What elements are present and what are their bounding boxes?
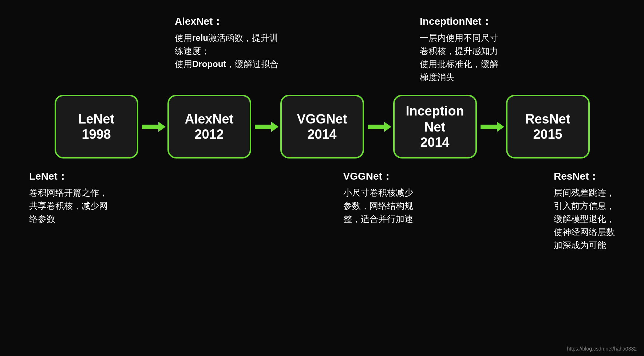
alexnet-text: 使用relu激活函数，提升训练速度；使用Dropout，缓解过拟合 (175, 31, 278, 71)
inceptionnet-year: 2014 (420, 135, 449, 150)
alexnet-name: AlexNet (185, 111, 233, 127)
svg-marker-2 (368, 122, 391, 132)
lenet-box: LeNet 1998 (55, 95, 138, 159)
arrow-4 (477, 120, 506, 134)
arrow-3 (364, 120, 393, 134)
inceptionnet-box: InceptionNet 2014 (393, 95, 477, 159)
lenet-year: 1998 (82, 127, 111, 142)
alexnet-title: AlexNet： (175, 15, 278, 28)
vggnet-name: VGGNet (297, 111, 347, 127)
arrow-1 (138, 120, 167, 134)
inceptionnet-annotation: InceptionNet： 一层内使用不同尺寸卷积核，提升感知力使用批标准化，缓… (420, 15, 498, 84)
vggnet-text: 小尺寸卷积核减少参数，网络结构规整，适合并行加速 (343, 186, 413, 226)
main-container: AlexNet： 使用relu激活函数，提升训练速度；使用Dropout，缓解过… (0, 0, 644, 356)
lenet-text: 卷积网络开篇之作，共享卷积核，减少网络参数 (29, 186, 108, 226)
resnet-year: 2015 (533, 127, 562, 142)
lenet-annotation: LeNet： 卷积网络开篇之作，共享卷积核，减少网络参数 (29, 169, 108, 226)
lenet-name: LeNet (78, 111, 114, 127)
watermark: https://blog.csdn.net/haha0332 (567, 346, 637, 352)
network-row: LeNet 1998 AlexNet 2012 VGGNet 2014 (22, 95, 622, 159)
inceptionnet-name: InceptionNet (406, 103, 464, 134)
lenet-title: LeNet： (29, 169, 108, 183)
resnet-annotation: ResNet： 层间残差跳连，引入前方信息，缓解模型退化，使神经网络层数加深成为… (554, 169, 615, 252)
bottom-annotations: LeNet： 卷积网络开篇之作，共享卷积核，减少网络参数 VGGNet： 小尺寸… (22, 169, 622, 252)
vggnet-box: VGGNet 2014 (280, 95, 364, 159)
inceptionnet-text: 一层内使用不同尺寸卷积核，提升感知力使用批标准化，缓解梯度消失 (420, 31, 498, 84)
vggnet-title: VGGNet： (343, 169, 413, 183)
resnet-box: ResNet 2015 (506, 95, 590, 159)
arrow-2 (251, 120, 280, 134)
svg-marker-1 (255, 122, 278, 132)
inceptionnet-title: InceptionNet： (420, 15, 498, 28)
svg-marker-3 (481, 122, 504, 132)
resnet-title: ResNet： (554, 169, 615, 183)
resnet-text: 层间残差跳连，引入前方信息，缓解模型退化，使神经网络层数加深成为可能 (554, 186, 615, 252)
vggnet-annotation: VGGNet： 小尺寸卷积核减少参数，网络结构规整，适合并行加速 (343, 169, 413, 226)
resnet-name: ResNet (525, 111, 570, 127)
alexnet-year: 2012 (194, 127, 224, 142)
svg-marker-0 (142, 122, 166, 132)
vggnet-year: 2014 (307, 127, 336, 142)
alexnet-box: AlexNet 2012 (167, 95, 251, 159)
alexnet-annotation: AlexNet： 使用relu激活函数，提升训练速度；使用Dropout，缓解过… (175, 15, 278, 84)
top-annotations: AlexNet： 使用relu激活函数，提升训练速度；使用Dropout，缓解过… (22, 15, 622, 84)
